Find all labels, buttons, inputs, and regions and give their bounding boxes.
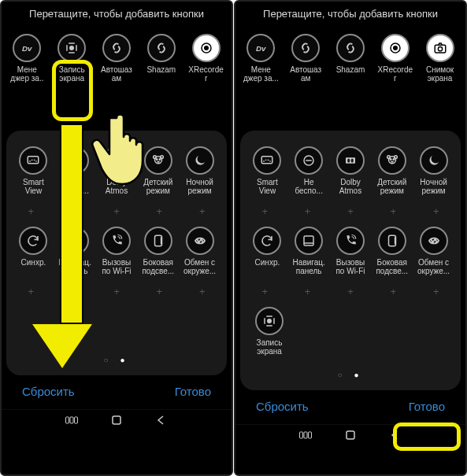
recents-icon[interactable] xyxy=(297,430,314,441)
tile-ne-bespo[interactable]: Небеспо... xyxy=(54,146,96,204)
dv-icon[interactable]: Dv xyxy=(246,34,275,62)
tile-smart-view[interactable]: SmartView xyxy=(246,146,288,204)
svg-point-1 xyxy=(70,46,74,50)
home-icon[interactable] xyxy=(108,415,125,426)
dnd-icon[interactable] xyxy=(61,146,89,175)
svg-rect-44 xyxy=(308,432,311,438)
drop-row: +++++ xyxy=(243,284,458,302)
svg-point-31 xyxy=(347,158,350,162)
rec2-icon[interactable] xyxy=(381,34,410,62)
tile-label: Менеджер за... xyxy=(243,65,279,91)
tile-navigats[interactable]: Навигац.панель xyxy=(54,227,96,284)
back-icon[interactable] xyxy=(387,430,404,441)
svg-point-8 xyxy=(113,158,116,162)
page-indicator[interactable]: ○ ● xyxy=(243,364,458,386)
tile-menedzher-za[interactable]: DvМенеджер за.. xyxy=(6,34,48,91)
tile-sinhr[interactable]: Синхр. xyxy=(246,227,288,284)
screenrec-icon[interactable] xyxy=(255,307,284,335)
tile-label: XRecorder xyxy=(188,65,223,91)
tile-ne-bespo[interactable]: Небеспо... xyxy=(288,146,330,204)
night-icon[interactable] xyxy=(186,146,214,175)
camera-icon[interactable] xyxy=(426,34,454,62)
tile-obmen[interactable]: Обмен сокруже... xyxy=(413,227,454,284)
home-icon[interactable] xyxy=(342,430,359,441)
page-indicator[interactable]: ○ ● xyxy=(9,349,224,371)
dolby-icon[interactable] xyxy=(336,146,365,175)
svg-rect-38 xyxy=(304,236,313,245)
tile-zapis-ekrana-placed[interactable]: Записьэкрана xyxy=(248,307,291,364)
svg-point-24 xyxy=(394,46,398,50)
back-icon[interactable] xyxy=(153,415,170,426)
tile-menedzher-za[interactable]: DvМенеджер за... xyxy=(239,34,282,91)
tile-xrecorder[interactable]: XRecorder xyxy=(374,34,417,91)
drop-row: +++++ xyxy=(9,284,224,302)
dv-icon[interactable]: Dv xyxy=(13,34,41,62)
dnd-icon[interactable] xyxy=(295,146,323,175)
sync-icon[interactable] xyxy=(253,227,281,255)
edge-icon[interactable] xyxy=(144,227,172,255)
shazam-icon[interactable] xyxy=(102,34,131,62)
reset-button[interactable]: Сбросить xyxy=(22,385,75,398)
android-navbar xyxy=(235,424,465,444)
tile-nochnoy-rezhim[interactable]: Ночнойрежим xyxy=(413,146,454,204)
tile-obmen[interactable]: Обмен сокруже... xyxy=(179,227,221,284)
tile-vyzovy-wifi[interactable]: Вызовыпо Wi-Fi xyxy=(96,227,138,284)
svg-point-9 xyxy=(117,158,120,162)
svg-text:Dv: Dv xyxy=(22,44,32,53)
tile-nochnoy-rezhim[interactable]: Ночнойрежим xyxy=(179,146,221,204)
svg-point-12 xyxy=(160,156,163,159)
svg-point-41 xyxy=(268,319,272,323)
shazam-icon[interactable] xyxy=(291,34,320,62)
navpanel-icon[interactable] xyxy=(295,227,323,255)
phone-left: Перетащите, чтобы добавить кнопки DvМене… xyxy=(0,0,233,476)
smartview-icon[interactable] xyxy=(19,146,47,175)
available-tiles-row: DvМенеджер за...АвтошазамShazamXRecorder… xyxy=(235,29,465,91)
tile-shazam[interactable]: Shazam xyxy=(140,34,183,91)
tile-bokovaya[interactable]: Боковаяподсве... xyxy=(137,227,179,284)
svg-rect-42 xyxy=(299,432,302,438)
tile-dolby-atmos[interactable]: DolbyAtmos xyxy=(330,146,372,204)
tile-xrecorder[interactable]: XRecorder xyxy=(185,34,228,91)
svg-rect-20 xyxy=(74,417,77,423)
navpanel-icon[interactable] xyxy=(61,227,89,255)
wificall-icon[interactable] xyxy=(336,227,365,255)
rec2-icon[interactable] xyxy=(192,34,221,62)
dolby-icon[interactable] xyxy=(102,146,131,175)
kids-icon[interactable] xyxy=(378,146,406,175)
svg-rect-15 xyxy=(70,236,80,245)
edge-icon[interactable] xyxy=(378,227,406,255)
shazam-icon[interactable] xyxy=(336,34,365,62)
wificall-icon[interactable] xyxy=(102,227,131,255)
share-icon[interactable] xyxy=(186,227,214,255)
recents-icon[interactable] xyxy=(63,415,80,426)
kids-icon[interactable] xyxy=(144,146,172,175)
tile-zapis-ekrana[interactable]: Записьэкрана xyxy=(50,34,93,91)
screenrec-icon[interactable] xyxy=(57,34,86,62)
reset-button[interactable]: Сбросить xyxy=(256,400,309,413)
tile-label: Обмен сокруже... xyxy=(417,258,450,284)
shazam-icon[interactable] xyxy=(147,34,176,62)
tile-avtoshazam[interactable]: Автошазам xyxy=(284,34,327,91)
share-icon[interactable] xyxy=(420,227,448,255)
smartview-icon[interactable] xyxy=(253,146,281,175)
tile-label: Небеспо... xyxy=(295,178,323,204)
done-button[interactable]: Готово xyxy=(175,385,211,398)
tile-bokovaya[interactable]: Боковаяподсве... xyxy=(371,227,413,284)
tile-label: DolbyAtmos xyxy=(339,178,361,204)
night-icon[interactable] xyxy=(420,146,448,175)
tile-shazam[interactable]: Shazam xyxy=(329,34,372,91)
svg-point-37 xyxy=(393,159,395,161)
tile-dolby-atmos[interactable]: DolbyAtmos xyxy=(96,146,138,204)
tile-avtoshazam[interactable]: Автошазам xyxy=(95,34,138,91)
tile-smart-view[interactable]: SmartView xyxy=(13,146,54,204)
tile-label: Детскийрежим xyxy=(143,178,172,204)
sync-icon[interactable] xyxy=(19,227,47,255)
tile-snimok-ekrana[interactable]: Снимокэкрана xyxy=(419,34,461,91)
tile-detskiy-rezhim[interactable]: Детскийрежим xyxy=(371,146,413,204)
done-button[interactable]: Готово xyxy=(409,400,445,413)
tile-detskiy-rezhim[interactable]: Детскийрежим xyxy=(137,146,179,204)
tile-label: Боковаяподсве... xyxy=(376,258,408,284)
tile-navigats[interactable]: Навигац.панель xyxy=(288,227,330,284)
tile-vyzovy-wifi[interactable]: Вызовыпо Wi-Fi xyxy=(330,227,372,284)
tile-sinhr[interactable]: Синхр. xyxy=(13,227,54,284)
